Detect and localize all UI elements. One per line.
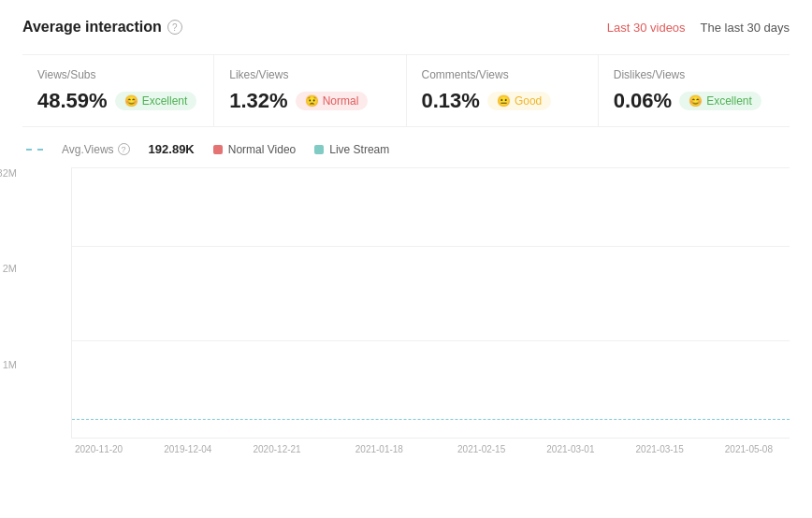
metric-label-dislikes-views: Dislikes/Views [614, 68, 775, 81]
x-label: 2021-01-18 [355, 444, 403, 454]
y-label-1: 2M [3, 263, 22, 274]
badge-label-0: Excellent [142, 94, 188, 108]
legend-live-stream: Live Stream [314, 143, 389, 156]
avg-views-value: 192.89K [149, 142, 195, 156]
metric-label-likes-views: Likes/Views [229, 68, 390, 81]
metric-value-2: 0.13% [422, 89, 480, 113]
filter-last30days[interactable]: The last 30 days [701, 21, 790, 35]
legend-live-stream-label: Live Stream [329, 143, 389, 156]
metric-views-subs: Views/Subs 48.59% 😊 Excellent [22, 55, 214, 126]
widget-title: Average interaction [22, 19, 162, 36]
average-interaction-widget: Average interaction ? Last 30 videos The… [0, 0, 812, 473]
x-axis: 2020-11-202019-12-042020-12-212021-01-18… [71, 439, 790, 454]
y-label-2: 1M [3, 359, 22, 370]
x-label: 2021-03-01 [546, 444, 594, 454]
legend-normal-video-label: Normal Video [228, 143, 296, 156]
chart-wrapper: 2.82M 2M 1M 2020-11-202019-12-042020-12-… [22, 167, 790, 454]
legend-dot-red [213, 145, 223, 154]
avg-views-info-icon[interactable]: ? [118, 143, 130, 155]
filter-last30videos[interactable]: Last 30 videos [607, 21, 686, 35]
badge-3: 😊 Excellent [679, 92, 761, 110]
metrics-row: Views/Subs 48.59% 😊 Excellent Likes/View… [22, 54, 790, 127]
x-label: 2019-12-04 [164, 444, 211, 454]
metric-value-row-1: 1.32% 😟 Normal [229, 89, 390, 113]
x-label: 2020-11-20 [75, 444, 123, 454]
badge-2: 😐 Good [487, 92, 551, 110]
y-axis: 2.82M 2M 1M [0, 167, 22, 454]
badge-emoji-3: 😊 [689, 94, 703, 108]
x-label: 2020-12-21 [254, 444, 301, 454]
metric-dislikes-views: Dislikes/Views 0.06% 😊 Excellent [599, 55, 790, 126]
header-right: Last 30 videos The last 30 days [607, 21, 790, 35]
avg-line-icon [26, 149, 43, 151]
y-label-0: 2.82M [0, 167, 22, 179]
badge-0: 😊 Excellent [115, 92, 197, 110]
widget-header: Average interaction ? Last 30 videos The… [22, 19, 790, 36]
header-left: Average interaction ? [22, 19, 182, 36]
badge-label-3: Excellent [706, 94, 752, 108]
x-label: 2021-02-15 [457, 444, 505, 454]
badge-label-2: Good [515, 94, 542, 108]
info-icon[interactable]: ? [167, 20, 182, 35]
avg-views-label: Avg.Views ? [62, 143, 130, 156]
bars-container [72, 167, 790, 438]
metric-value-row-3: 0.06% 😊 Excellent [614, 89, 775, 113]
legend-normal-video: Normal Video [213, 143, 296, 156]
badge-emoji-0: 😊 [124, 94, 138, 108]
metric-value-1: 1.32% [229, 89, 287, 113]
metric-value-0: 48.59% [37, 89, 108, 113]
legend-dot-blue [314, 145, 324, 154]
metric-value-3: 0.06% [614, 89, 672, 113]
badge-1: 😟 Normal [296, 92, 369, 110]
x-label: 2021-05-08 [725, 444, 773, 454]
metric-value-row-0: 48.59% 😊 Excellent [37, 89, 198, 113]
badge-emoji-1: 😟 [305, 94, 319, 108]
legend-row: Avg.Views ? 192.89K Normal Video Live St… [22, 142, 790, 156]
x-label: 2021-03-15 [636, 444, 684, 454]
metric-label-comments-views: Comments/Views [422, 68, 583, 81]
badge-emoji-2: 😐 [497, 94, 511, 108]
metric-label-views-subs: Views/Subs [37, 68, 198, 81]
metric-comments-views: Comments/Views 0.13% 😐 Good [407, 55, 599, 126]
badge-label-1: Normal [323, 94, 359, 108]
metric-likes-views: Likes/Views 1.32% 😟 Normal [214, 55, 406, 126]
chart-inner [71, 167, 790, 439]
metric-value-row-2: 0.13% 😐 Good [422, 89, 583, 113]
